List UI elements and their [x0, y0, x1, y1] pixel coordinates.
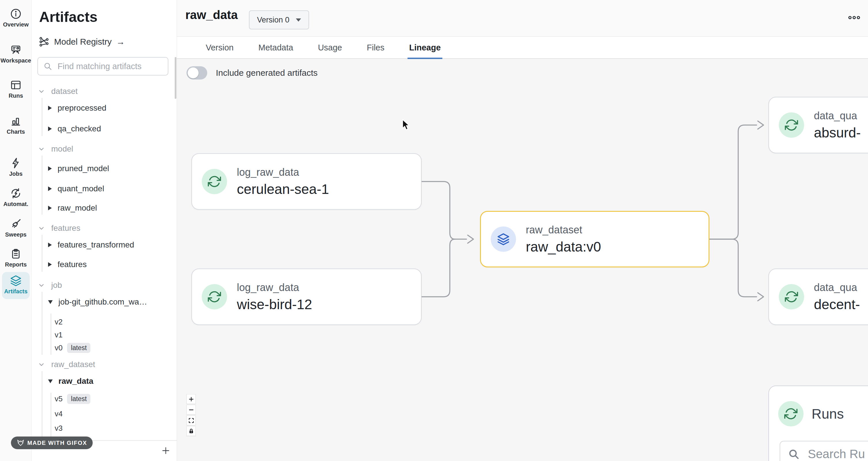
run-cycle-icon	[779, 284, 804, 310]
node-title: log_raw_data	[237, 166, 329, 178]
sidebar-item-overview[interactable]: Overview	[0, 8, 32, 28]
nav-label: Workspace	[0, 57, 32, 64]
tree-item-features[interactable]: features	[48, 259, 87, 270]
overflow-menu-button[interactable]	[848, 15, 861, 21]
lineage-node-run-absurd[interactable]: data_qua absurd-	[768, 97, 868, 153]
tree-section-label: raw_dataset	[51, 360, 95, 369]
gifox-watermark-text: MADE WITH GIFOX	[27, 440, 87, 446]
sidebar-item-workspace[interactable]: Workspace	[0, 44, 32, 64]
model-registry-link[interactable]: Model Registry →	[38, 36, 125, 47]
lineage-canvas[interactable]: Include generated artifacts log_raw_data…	[177, 60, 868, 461]
lock-button[interactable]	[186, 426, 196, 436]
tree-section-raw-dataset[interactable]: raw_dataset	[38, 359, 95, 370]
run-cycle-icon	[779, 112, 804, 138]
version-row-v1[interactable]: v1	[55, 329, 62, 340]
sidebar-item-artifacts[interactable]: Artifacts	[0, 275, 32, 295]
version-row-v2[interactable]: v2	[55, 316, 62, 327]
panel-scrollbar[interactable]	[175, 57, 177, 99]
nav-label: Sweeps	[0, 231, 32, 238]
nav-label: Runs	[0, 92, 32, 99]
chevron-right-icon	[48, 186, 52, 191]
version-row-v5[interactable]: v5 latest	[55, 393, 90, 404]
tab-metadata[interactable]: Metadata	[258, 37, 293, 58]
tree-item-raw-model[interactable]: raw_model	[48, 202, 97, 214]
broom-icon	[10, 218, 22, 230]
sidebar-item-sweeps[interactable]: Sweeps	[0, 218, 32, 238]
node-title: log_raw_data	[237, 282, 312, 294]
lightning-icon	[10, 157, 22, 169]
tree-item-preprocessed[interactable]: preprocessed	[48, 102, 106, 114]
lineage-node-run-decent[interactable]: data_qua decent-	[768, 268, 868, 325]
tree-section-features[interactable]: features	[38, 223, 80, 234]
workspace-board-icon	[10, 44, 22, 56]
layers-icon	[10, 275, 22, 287]
add-artifact-button[interactable]	[160, 444, 172, 457]
version-dropdown[interactable]: Version 0	[249, 10, 309, 29]
tree-section-dataset[interactable]: dataset	[38, 86, 78, 97]
tree-item-pruned-model[interactable]: pruned_model	[48, 163, 109, 174]
chevron-right-icon	[48, 206, 52, 210]
runs-search-input[interactable]	[807, 447, 868, 461]
tab-lineage[interactable]: Lineage	[409, 37, 441, 58]
nav-label: Automat.	[0, 201, 32, 207]
version-row-v4[interactable]: v4	[55, 408, 62, 419]
lineage-node-run-cerulean-sea-1[interactable]: log_raw_data cerulean-sea-1	[191, 153, 422, 210]
fit-view-button[interactable]	[186, 415, 196, 425]
include-generated-artifacts-toggle[interactable]	[186, 66, 207, 80]
tree-section-model[interactable]: model	[38, 143, 73, 155]
artifact-search-box[interactable]	[37, 57, 168, 76]
plus-icon	[161, 446, 170, 456]
nav-label: Artifacts	[0, 288, 32, 295]
artifact-header: raw_data Version 0	[177, 0, 868, 37]
node-name: raw_data:v0	[526, 239, 601, 255]
sidebar-item-reports[interactable]: Reports	[0, 248, 32, 268]
artifacts-panel: Artifacts Model Registry → dataset prepr…	[32, 0, 177, 461]
tree-item-raw-data[interactable]: raw_data	[48, 375, 93, 387]
version-row-v0[interactable]: v0 latest	[55, 342, 90, 353]
tree-guide	[42, 292, 42, 355]
zoom-out-icon	[188, 407, 194, 413]
chevron-right-icon	[48, 242, 52, 247]
runs-table-icon	[10, 79, 22, 91]
chevron-right-icon	[48, 166, 52, 171]
sidebar-item-charts[interactable]: Charts	[0, 115, 32, 135]
artifact-search-input[interactable]	[57, 61, 163, 71]
lineage-runs-group-panel[interactable]: Runs	[768, 385, 868, 461]
tree-item-quant-model[interactable]: quant_model	[48, 183, 104, 195]
tree-guide	[42, 98, 42, 136]
toggle-label: Include generated artifacts	[216, 68, 318, 78]
automations-cycle-icon	[10, 187, 22, 199]
chevron-down-icon	[38, 282, 44, 288]
tree-section-job[interactable]: job	[38, 280, 62, 291]
artifact-tabs: Version Metadata Usage Files Lineage	[177, 37, 868, 59]
tab-usage[interactable]: Usage	[318, 37, 342, 58]
tab-version[interactable]: Version	[206, 37, 234, 58]
version-row-v3[interactable]: v3	[55, 423, 62, 434]
lineage-node-artifact-raw-data-v0[interactable]: raw_dataset raw_data:v0	[480, 211, 709, 267]
run-cycle-icon	[202, 284, 227, 310]
tree-item-job-git[interactable]: job-git_github.com_wa…	[48, 296, 147, 308]
panel-title: Artifacts	[39, 9, 98, 25]
clipboard-icon	[10, 248, 22, 260]
chevron-down-icon	[38, 361, 44, 368]
lineage-node-run-wise-bird-12[interactable]: log_raw_data wise-bird-12	[191, 268, 422, 325]
search-icon	[43, 62, 52, 71]
zoom-out-button[interactable]	[186, 405, 196, 414]
sidebar-item-automations[interactable]: Automat.	[0, 187, 32, 207]
tree-guide	[51, 393, 51, 440]
arrow-right-icon: →	[116, 37, 125, 47]
chevron-down-icon	[38, 146, 44, 152]
sidebar-item-runs[interactable]: Runs	[0, 79, 32, 99]
chevron-expanded-icon	[48, 300, 53, 304]
node-title: raw_dataset	[526, 224, 601, 236]
tab-files[interactable]: Files	[367, 37, 384, 58]
zoom-in-button[interactable]	[186, 394, 196, 404]
tree-item-qa-checked[interactable]: qa_checked	[48, 123, 101, 135]
runs-search-box[interactable]	[780, 441, 868, 461]
generated-artifacts-toggle-row: Include generated artifacts	[186, 66, 318, 80]
runs-panel-title: Runs	[812, 406, 844, 422]
fox-icon	[17, 439, 25, 447]
node-name: cerulean-sea-1	[237, 181, 329, 197]
sidebar-item-jobs[interactable]: Jobs	[0, 157, 32, 177]
tree-item-features-transformed[interactable]: features_transformed	[48, 239, 134, 251]
